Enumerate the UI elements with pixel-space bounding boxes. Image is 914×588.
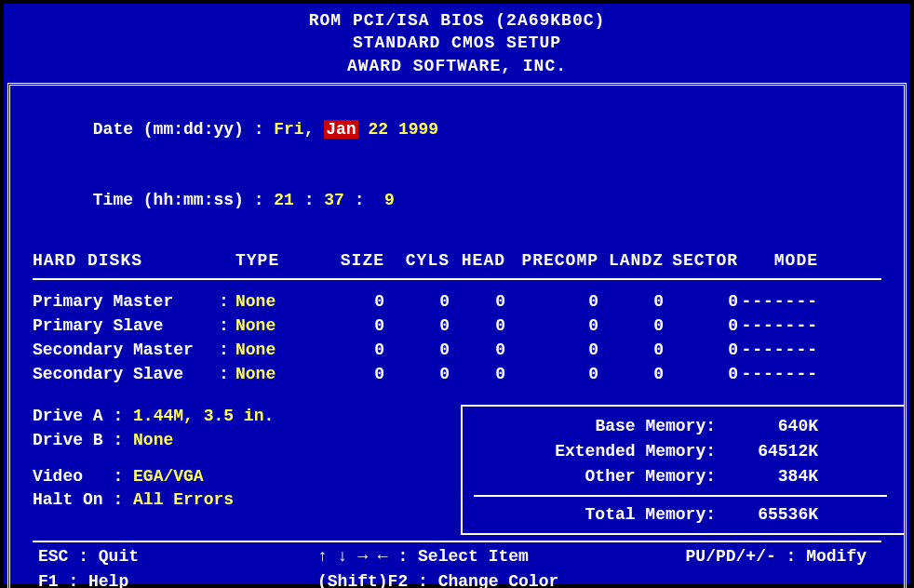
col-precomp: PRECOMP	[505, 248, 598, 273]
hint-modify: PU/PD/+/- : Modify	[597, 544, 876, 568]
total-memory-row: Total Memory:65536K	[474, 502, 887, 528]
col-size: SIZE	[319, 248, 384, 273]
hd-type[interactable]: None	[235, 362, 319, 386]
hd-head: 0	[450, 289, 505, 314]
time-row[interactable]: Time (hh:mm:ss) : 21 : 37 : 9	[33, 165, 881, 235]
hd-landz: 0	[598, 314, 664, 338]
hd-precomp: 0	[505, 289, 598, 314]
hd-cyls: 0	[384, 362, 450, 386]
hd-precomp: 0	[505, 338, 598, 362]
hard-disk-header: HARD DISKS TYPE SIZE CYLS HEAD PRECOMP L…	[33, 248, 881, 273]
extended-memory-row: Extended Memory:64512K	[474, 439, 887, 464]
hd-sector: 0	[664, 338, 738, 362]
date-month-selected[interactable]: Jan	[324, 120, 357, 139]
col-sector: SECTOR	[664, 248, 738, 273]
hd-cyls: 0	[384, 338, 450, 362]
memory-divider	[474, 495, 887, 497]
hd-mode: -------	[738, 314, 822, 338]
halt-on-value[interactable]: All Errors	[133, 490, 234, 509]
hard-disk-row[interactable]: Primary Slave:None000000-------	[33, 314, 881, 338]
base-memory-row: Base Memory:640K	[474, 414, 887, 439]
col-head: HEAD	[450, 248, 505, 273]
hd-size: 0	[319, 338, 384, 362]
hd-divider	[33, 278, 881, 280]
drive-a-row[interactable]: Drive A : 1.44M, 3.5 in.	[33, 405, 461, 428]
drive-b-value[interactable]: None	[133, 431, 173, 449]
drive-a-value[interactable]: 1.44M, 3.5 in.	[133, 407, 274, 425]
hd-cyls: 0	[384, 314, 450, 338]
hd-sector: 0	[664, 289, 738, 314]
col-cyls: CYLS	[384, 248, 450, 273]
main-frame: Date (mm:dd:yy) : Fri, Jan 22 1999 Time …	[7, 83, 907, 588]
time-label: Time (hh:mm:ss)	[93, 191, 244, 209]
hd-precomp: 0	[505, 314, 598, 338]
video-value[interactable]: EGA/VGA	[133, 467, 204, 486]
bios-header: ROM PCI/ISA BIOS (2A69KB0C) STANDARD CMO…	[7, 7, 907, 81]
hd-type[interactable]: None	[235, 289, 319, 314]
hd-size: 0	[319, 362, 384, 386]
hd-sector: 0	[664, 362, 738, 386]
hd-name: Primary Slave	[33, 314, 219, 338]
hd-name: Secondary Slave	[33, 362, 219, 386]
header-line-2: STANDARD CMOS SETUP	[7, 32, 907, 54]
col-mode: MODE	[738, 248, 822, 273]
hard-disk-row[interactable]: Secondary Slave:None000000-------	[33, 362, 881, 386]
col-type: TYPE	[235, 248, 319, 273]
hint-f1: F1 : Help	[38, 569, 317, 588]
hard-disk-table: Primary Master:None000000-------Primary …	[33, 289, 881, 386]
hd-mode: -------	[738, 362, 822, 386]
hint-arrows: ↑ ↓ → ← : Select Item	[317, 544, 597, 568]
date-day[interactable]: 22	[368, 120, 388, 139]
drive-b-row[interactable]: Drive B : None	[33, 429, 461, 452]
header-line-3: AWARD SOFTWARE, INC.	[7, 55, 907, 77]
date-year[interactable]: 1999	[398, 120, 438, 139]
hd-mode: -------	[738, 289, 822, 314]
bios-screen: ROM PCI/ISA BIOS (2A69KB0C) STANDARD CMO…	[0, 0, 914, 588]
col-landz: LANDZ	[598, 248, 664, 273]
hd-mode: -------	[738, 338, 822, 362]
hd-landz: 0	[598, 362, 664, 386]
halt-on-row[interactable]: Halt On : All Errors	[33, 488, 461, 512]
hd-head: 0	[450, 338, 505, 362]
hint-shiftf2: (Shift)F2 : Change Color	[317, 569, 597, 588]
hint-esc: ESC : Quit	[38, 544, 317, 568]
hd-precomp: 0	[505, 362, 598, 386]
footer-divider	[33, 541, 881, 542]
hd-cyls: 0	[384, 289, 450, 314]
hd-head: 0	[450, 314, 505, 338]
hd-name: Primary Master	[33, 289, 219, 314]
lower-section: Drive A : 1.44M, 3.5 in. Drive B : None …	[33, 405, 881, 535]
hd-sector: 0	[664, 314, 738, 338]
hd-name: Secondary Master	[33, 338, 219, 362]
date-row[interactable]: Date (mm:dd:yy) : Fri, Jan 22 1999	[33, 95, 881, 166]
time-hh[interactable]: 21	[274, 191, 294, 209]
footer-row-2: F1 : Help (Shift)F2 : Change Color	[33, 569, 881, 588]
hd-type[interactable]: None	[235, 314, 319, 338]
video-row[interactable]: Video : EGA/VGA	[33, 465, 461, 488]
memory-box: Base Memory:640K Extended Memory:64512K …	[461, 405, 904, 535]
col-hard-disks: HARD DISKS	[33, 248, 219, 273]
hd-landz: 0	[598, 289, 664, 314]
date-label: Date (mm:dd:yy)	[93, 120, 244, 139]
hd-landz: 0	[598, 338, 664, 362]
header-line-1: ROM PCI/ISA BIOS (2A69KB0C)	[7, 9, 907, 32]
hard-disk-row[interactable]: Secondary Master:None000000-------	[33, 338, 881, 362]
time-mm[interactable]: 37	[324, 191, 344, 209]
date-dow[interactable]: Fri	[274, 120, 303, 139]
hd-type[interactable]: None	[235, 338, 319, 362]
hd-size: 0	[319, 314, 384, 338]
other-memory-row: Other Memory:384K	[474, 464, 887, 489]
footer-row-1: ESC : Quit ↑ ↓ → ← : Select Item PU/PD/+…	[33, 544, 881, 568]
hd-head: 0	[450, 362, 505, 386]
hard-disk-row[interactable]: Primary Master:None000000-------	[33, 289, 881, 314]
hd-size: 0	[319, 289, 384, 314]
time-ss[interactable]: 9	[374, 191, 395, 209]
lower-left: Drive A : 1.44M, 3.5 in. Drive B : None …	[33, 405, 461, 535]
